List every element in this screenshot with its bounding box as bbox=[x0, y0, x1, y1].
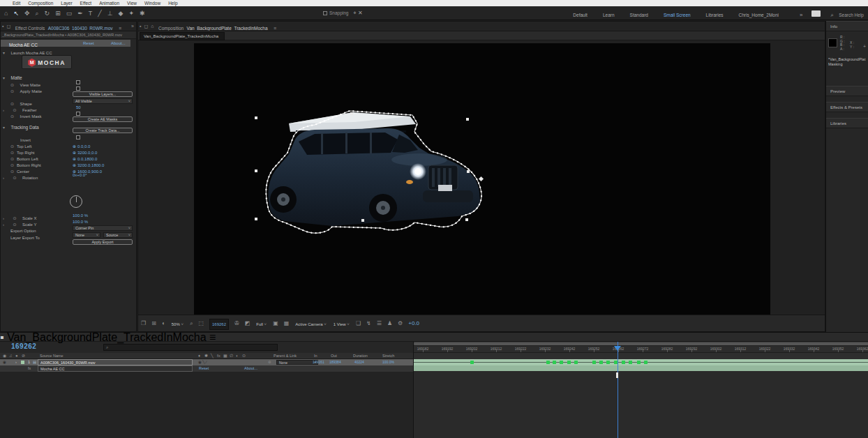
workspace-standard[interactable]: Standard bbox=[630, 13, 648, 17]
corner-pin-handle[interactable] bbox=[255, 169, 257, 172]
panel-menu-icon[interactable]: ≡ bbox=[119, 26, 121, 31]
viewer-current-frame[interactable]: 169262 bbox=[209, 319, 229, 330]
effect-duration-bar[interactable] bbox=[414, 365, 868, 371]
search-help[interactable]: Search Help bbox=[839, 13, 864, 17]
effect-row-name[interactable]: Mocha AE CC bbox=[38, 365, 193, 372]
corner-pin-handle[interactable] bbox=[255, 218, 257, 220]
quality-icon[interactable]: ╲ bbox=[211, 353, 214, 359]
pen-tool[interactable]: ✒ bbox=[77, 6, 83, 20]
eraser-tool[interactable]: ◆ bbox=[119, 6, 124, 20]
apply-export-button[interactable]: Apply Export bbox=[73, 239, 133, 245]
shy-icon[interactable]: ♦ bbox=[198, 353, 200, 359]
layer-stretch[interactable]: 100.0% bbox=[382, 359, 394, 365]
layer-duration-bar[interactable] bbox=[414, 359, 868, 365]
viewer-tab[interactable]: Van_BackgroundPlate_TrackedInMocha bbox=[140, 32, 225, 40]
playhead-line[interactable] bbox=[618, 342, 618, 438]
parent-dropdown[interactable]: None˅ bbox=[276, 360, 318, 365]
layer-export-target-dropdown[interactable]: Source˅ bbox=[103, 232, 133, 238]
exposure-value[interactable]: +0.0 bbox=[408, 320, 419, 326]
audio-icon[interactable]: ♫ bbox=[9, 353, 13, 359]
shape-dropdown[interactable]: All Visible˅ bbox=[73, 98, 133, 104]
frame-blend-icon[interactable]: ▦ bbox=[223, 353, 227, 359]
workspace-learn[interactable]: Learn bbox=[603, 13, 615, 17]
magnify-icon[interactable]: ⌕ bbox=[190, 320, 193, 326]
keyframe-marker[interactable] bbox=[599, 361, 603, 364]
create-track-data-button[interactable]: Create Track Data... bbox=[73, 128, 133, 133]
transparency-grid-icon[interactable]: ▦ bbox=[284, 320, 290, 326]
matte-group-row[interactable]: ▾ Matte bbox=[1, 73, 137, 79]
composition-tab-name[interactable]: Van_BackgroundPlate_TrackedInMocha bbox=[187, 26, 268, 31]
menu-animation[interactable]: Animation bbox=[99, 0, 119, 6]
col-source-name[interactable]: Source Name bbox=[40, 353, 63, 359]
workspace-default[interactable]: Default bbox=[573, 13, 588, 17]
target-region-icon[interactable]: ▣ bbox=[273, 320, 278, 326]
panel-lock-icon[interactable]: ◻ bbox=[144, 24, 148, 29]
grid-guides-icon[interactable]: ⊞ bbox=[151, 320, 156, 326]
snapshot-icon[interactable]: ✇ bbox=[234, 320, 239, 326]
corner-pin-handle[interactable] bbox=[467, 170, 470, 173]
col-duration[interactable]: Duration bbox=[353, 353, 368, 359]
keyframe-marker[interactable] bbox=[606, 361, 610, 364]
camera-select[interactable]: Active Camera ˅ bbox=[294, 319, 327, 330]
label-color-chip[interactable] bbox=[21, 361, 24, 364]
effect-name[interactable]: Mocha AE CC bbox=[9, 43, 38, 47]
adjustment-icon[interactable]: ◐ bbox=[236, 353, 239, 359]
workspace-libraries[interactable]: Libraries bbox=[706, 13, 724, 17]
playhead-marker[interactable] bbox=[614, 346, 621, 351]
resolution-select[interactable]: Full ˅ bbox=[255, 319, 267, 330]
create-ae-masks-button[interactable]: Create AE Masks bbox=[73, 116, 133, 122]
layer-twirl[interactable]: › bbox=[15, 359, 17, 365]
layer-name[interactable]: A008C306_160430_R0WR.mov bbox=[38, 359, 193, 365]
effect-reset-link[interactable]: Reset bbox=[199, 365, 209, 372]
timeline-button-icon[interactable]: ☰ bbox=[377, 320, 382, 326]
composition-viewer[interactable] bbox=[138, 40, 825, 315]
keyframe-marker[interactable] bbox=[592, 361, 596, 364]
fx-icon[interactable]: fx bbox=[217, 353, 220, 359]
timeline-ruler[interactable]: 1691821691921692021692121692221692321692… bbox=[414, 346, 868, 353]
composition-frame[interactable] bbox=[194, 43, 770, 316]
panel-menu-icon[interactable]: ≡ bbox=[209, 331, 216, 343]
keyframe-marker[interactable] bbox=[574, 361, 578, 364]
pan-behind-tool[interactable]: ⊞ bbox=[55, 6, 61, 20]
invert-checkbox[interactable] bbox=[76, 135, 80, 139]
orbit-camera-tool[interactable]: ↻ bbox=[45, 6, 50, 20]
keyframe-marker[interactable] bbox=[553, 361, 556, 364]
pickwhip-icon[interactable]: ⊚ bbox=[268, 359, 271, 365]
rotation-value[interactable]: 0x+0.0° bbox=[73, 172, 87, 179]
brush-tool[interactable]: ╱ bbox=[98, 6, 101, 20]
effect-header-row[interactable]: Mocha AE CC Reset About... bbox=[1, 40, 130, 47]
eye-icon[interactable]: ◉ bbox=[3, 353, 6, 359]
timeline-search-input[interactable]: ⌕ bbox=[103, 344, 278, 351]
anchor-diamond[interactable] bbox=[479, 176, 484, 181]
menu-effect[interactable]: Effect bbox=[80, 0, 92, 6]
mocha-launch-button[interactable]: MMOCHA bbox=[22, 55, 72, 69]
puppet-pin-tool[interactable]: ✱ bbox=[140, 6, 145, 20]
panel-more-icon[interactable]: » bbox=[131, 24, 134, 29]
twirl-icon[interactable]: › bbox=[3, 176, 4, 180]
effect-about-link[interactable]: About... bbox=[111, 40, 126, 47]
effect-reset-link[interactable]: Reset bbox=[83, 40, 94, 47]
composition-tab[interactable]: Composition bbox=[158, 26, 184, 31]
layer-row[interactable]: ◉ › 1 ▤ A008C306_160430_R0WR.mov ◉ ╲ ∕ ⊚… bbox=[0, 359, 413, 365]
panel-grip-icon[interactable]: ▪ bbox=[2, 24, 3, 29]
corner-pin-handle[interactable] bbox=[350, 112, 353, 115]
keyframe-marker[interactable] bbox=[470, 361, 474, 364]
snapping-checkbox[interactable] bbox=[323, 11, 327, 15]
scale-y-value[interactable]: 100.0 % bbox=[73, 219, 88, 225]
corner-pin-handle[interactable] bbox=[465, 218, 468, 221]
menu-window[interactable]: Window bbox=[144, 0, 160, 6]
cc-app-icon[interactable] bbox=[811, 10, 821, 17]
solo-icon[interactable]: ● bbox=[15, 353, 18, 359]
view-matte-checkbox[interactable] bbox=[76, 80, 80, 84]
hand-tool[interactable]: ✥ bbox=[24, 6, 30, 20]
panel-grip-icon[interactable]: ▪ bbox=[140, 24, 141, 29]
shape-tool[interactable]: ▭ bbox=[66, 6, 73, 20]
keyframe-marker[interactable] bbox=[560, 361, 563, 364]
keyframe-marker[interactable] bbox=[622, 361, 625, 364]
keyframe-marker[interactable] bbox=[546, 361, 550, 364]
lock-icon[interactable]: ⊘ bbox=[22, 353, 25, 359]
invert-mask-checkbox[interactable] bbox=[76, 112, 80, 116]
layer-duration[interactable]: 40224 bbox=[354, 359, 364, 365]
feather-value[interactable]: 50 bbox=[76, 105, 81, 111]
zoom-level-select[interactable]: 50% ˅ bbox=[171, 319, 184, 330]
